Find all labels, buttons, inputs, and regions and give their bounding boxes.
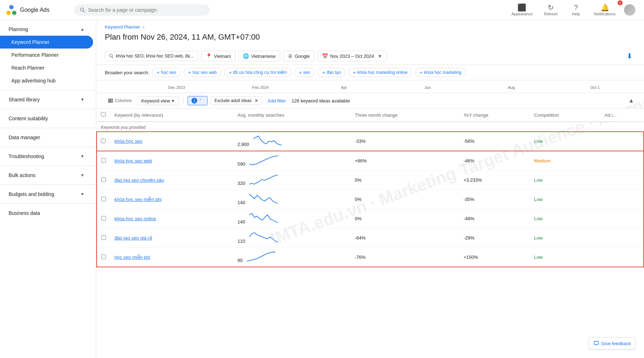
sidebar-item-content-suitability[interactable]: Content suitability xyxy=(0,112,93,125)
help-icon: ? xyxy=(574,4,578,11)
keyword-view-chevron-icon: ▼ xyxy=(172,99,175,103)
chart-month-1: Feb 2024 xyxy=(220,85,301,90)
row-checkbox-5[interactable] xyxy=(101,235,106,240)
keyword-link-1[interactable]: khóa học seo web xyxy=(114,158,152,163)
mini-chart-6 xyxy=(247,251,275,262)
row-ad-impression-0 xyxy=(600,132,644,151)
sidebar-item-troubleshooting[interactable]: Troubleshooting ▼ xyxy=(0,150,93,163)
add-filter-button[interactable]: Add filter xyxy=(265,97,289,105)
exclude-close-icon[interactable]: ✕ xyxy=(255,98,258,103)
refresh-button[interactable]: ↻ Refresh xyxy=(538,2,564,18)
logo-area: Google Ads xyxy=(6,4,70,16)
exclude-adult-chip[interactable]: Exclude adult ideas ✕ xyxy=(210,96,262,105)
row-yoy-2: +3,233% xyxy=(459,171,530,190)
language-filter[interactable]: 🌐 Vietnamese xyxy=(238,51,280,61)
sidebar-item-reach-planner[interactable]: Reach Planner xyxy=(0,61,93,74)
sidebar-item-app-advertising-hub[interactable]: App advertising hub xyxy=(0,74,93,87)
row-ad-impression-4 xyxy=(600,209,644,228)
row-three-month-5: -64% xyxy=(351,228,459,248)
broaden-chip-3[interactable]: + seo xyxy=(294,68,315,77)
network-label: Google xyxy=(295,54,310,59)
user-avatar[interactable] xyxy=(624,4,635,16)
header-keyword: Keyword (by relevance) xyxy=(110,109,233,122)
search-input[interactable] xyxy=(88,7,204,13)
row-checkbox-cell-1 xyxy=(97,151,110,171)
broaden-chip-6[interactable]: + khóa học marketing xyxy=(415,68,466,77)
keyword-view-button[interactable]: Keyword view ▼ xyxy=(137,96,179,105)
row-three-month-2: 0% xyxy=(351,171,459,190)
feedback-button[interactable]: Give feedback xyxy=(589,337,635,349)
sidebar-item-bulk-actions[interactable]: Bulk actions ▼ xyxy=(0,169,93,182)
select-all-checkbox[interactable] xyxy=(101,112,106,117)
row-checkbox-0[interactable] xyxy=(101,138,106,143)
plus-icon-5: + xyxy=(353,70,356,75)
keywords-filter[interactable]: khóa học SEO, khóa học SEO web, đào tạo … xyxy=(105,51,198,61)
keyword-link-4[interactable]: khóa học seo online xyxy=(114,216,156,221)
plus-icon-2: + xyxy=(229,70,232,75)
svg-rect-11 xyxy=(594,341,598,344)
location-filter[interactable]: 📍 Vietnam xyxy=(201,51,235,61)
table-row: đào tạo seo chuyên sâu 320 0% +3,233% Lo… xyxy=(97,171,644,190)
row-checkbox-4[interactable] xyxy=(101,216,106,221)
mini-chart-1 xyxy=(249,155,278,166)
plus-icon-1: + xyxy=(188,70,191,75)
section-label: Keywords you provided xyxy=(97,122,644,132)
row-competition-3: Low xyxy=(530,190,600,209)
filter-active-button[interactable]: 1 xyxy=(188,96,208,105)
keyword-link-2[interactable]: đào tạo seo chuyên sâu xyxy=(114,177,164,183)
download-button[interactable]: ⬇ xyxy=(624,50,635,62)
mini-chart-5 xyxy=(249,232,278,243)
nav-actions: ⬛ Appearance ↻ Refresh ? Help 🔔 1 Notifi… xyxy=(506,2,638,18)
row-checkbox-cell-5 xyxy=(97,228,110,248)
row-checkbox-2[interactable] xyxy=(101,177,106,182)
collapse-button[interactable]: ▲ xyxy=(627,96,635,105)
toolbar: Columns Keyword view ▼ 1 Exclude adult i… xyxy=(96,93,644,109)
keyword-link-6[interactable]: học seo miễn phí xyxy=(114,254,150,260)
language-icon: 🌐 xyxy=(243,53,249,59)
row-avg-searches-2: 320 xyxy=(233,171,351,190)
columns-button[interactable]: Columns xyxy=(105,96,134,105)
filter-icon xyxy=(199,98,204,103)
search-bar[interactable] xyxy=(74,4,210,16)
broaden-chip-2[interactable]: + tối ưu hóa công cụ tìm kiếm xyxy=(224,68,291,77)
broaden-chip-text-0: học seo xyxy=(161,70,176,75)
sidebar-item-budgets-bidding[interactable]: Budgets and bidding ▼ xyxy=(0,188,93,201)
location-icon: 📍 xyxy=(206,53,212,59)
troubleshooting-chevron-icon: ▼ xyxy=(80,154,85,159)
breadcrumb-link[interactable]: Keyword Planner xyxy=(105,24,140,30)
help-button[interactable]: ? Help xyxy=(563,2,588,18)
keyword-link-0[interactable]: khóa học seo xyxy=(114,138,142,144)
language-label: Vietnamese xyxy=(251,54,275,59)
sidebar-item-planning[interactable]: Planning ▲ xyxy=(0,23,93,36)
row-checkbox-1[interactable] xyxy=(101,158,106,163)
table-row: khóa học seo 2,900 -33% -56% Low xyxy=(97,132,644,151)
row-checkbox-3[interactable] xyxy=(101,197,106,201)
appearance-button[interactable]: ⬛ Appearance xyxy=(506,2,538,18)
broaden-chip-4[interactable]: + đào tạo xyxy=(318,68,346,77)
keyword-link-5[interactable]: đào tạo seo giá rẻ xyxy=(114,235,152,241)
date-range-filter[interactable]: 📅 Nov 2023 – Oct 2024 ▼ xyxy=(317,51,387,61)
keyword-link-3[interactable]: khóa học seo miễn phí xyxy=(114,197,162,202)
sidebar-item-keyword-planner[interactable]: Keyword Planner xyxy=(0,36,93,49)
notifications-button[interactable]: 🔔 1 Notifications xyxy=(588,2,621,18)
shared-library-chevron-icon: ▼ xyxy=(80,97,85,102)
row-avg-searches-3: 140 xyxy=(233,190,351,209)
broaden-chip-5[interactable]: + khóa học marketing online xyxy=(348,68,412,77)
columns-icon xyxy=(108,98,113,104)
broaden-chip-1[interactable]: + học seo web xyxy=(184,68,221,77)
user-avatar-area[interactable] xyxy=(621,4,638,16)
search-filter-icon xyxy=(109,54,114,59)
feedback-icon xyxy=(593,341,599,346)
row-checkbox-6[interactable] xyxy=(101,254,106,259)
sidebar-item-shared-library[interactable]: Shared library ▼ xyxy=(0,93,93,106)
table-row: khóa học seo miễn phí 140 0% -35% Low xyxy=(97,190,644,209)
notification-count-badge: 1 xyxy=(618,0,623,5)
sidebar-item-business-data[interactable]: Business data xyxy=(0,207,93,220)
row-ad-impression-3 xyxy=(600,190,644,209)
broaden-chip-0[interactable]: + học seo xyxy=(152,68,181,77)
sidebar-item-data-manager[interactable]: Data manager xyxy=(0,131,93,144)
row-keyword-1: khóa học seo web xyxy=(110,151,233,171)
network-filter[interactable]: 🖥 Google xyxy=(283,51,315,61)
sidebar-item-performance-planner[interactable]: Performance Planner xyxy=(0,49,93,61)
help-label: Help xyxy=(572,12,580,16)
